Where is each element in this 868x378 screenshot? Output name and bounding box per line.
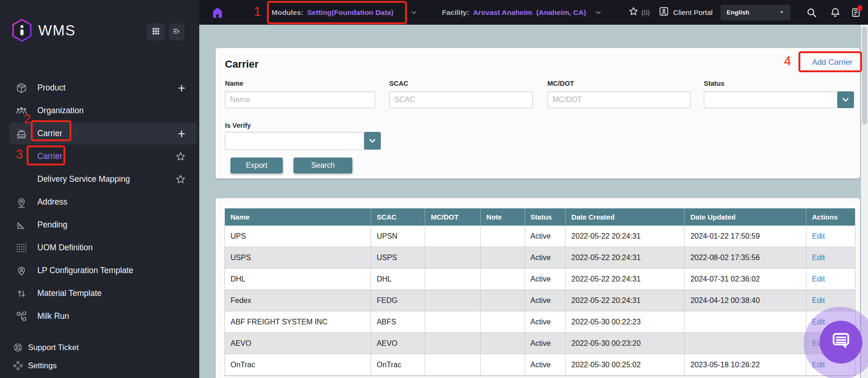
language-select[interactable]: English — [721, 5, 791, 21]
chevron-down-icon[interactable] — [595, 9, 602, 16]
cell-status: Active — [525, 268, 566, 289]
plus-icon[interactable]: + — [178, 83, 185, 93]
client-portal-icon — [658, 6, 669, 19]
sidebar-item-pending[interactable]: Pending — [0, 213, 199, 236]
sidebar-item-uom-definition[interactable]: UOM Definition — [0, 236, 199, 259]
sidebar-item-label: UOM Definition — [37, 243, 93, 253]
cell-mcdot — [425, 333, 481, 354]
sidebar-item-support-ticket[interactable]: Support Ticket — [0, 338, 199, 357]
settings-icon — [13, 360, 23, 371]
sidebar-header: WMS — [0, 0, 199, 56]
cell-status: Active — [525, 247, 566, 268]
column-header-actions: Actions — [806, 208, 855, 226]
sidebar-item-product[interactable]: Product+ — [0, 76, 199, 99]
edit-link[interactable]: Edit — [812, 232, 825, 240]
name-input[interactable] — [225, 91, 375, 108]
apps-grid-button[interactable] — [147, 23, 165, 41]
favorites-count: (0) — [641, 8, 650, 16]
cell-note — [481, 354, 525, 375]
sidebar-item-milk-run[interactable]: Milk Run — [0, 305, 199, 328]
cell-note — [481, 247, 525, 268]
field-name: Name — [225, 80, 375, 108]
wms-logo-icon — [11, 19, 33, 42]
sidebar-item-address[interactable]: Address — [0, 191, 199, 213]
field-mc-dot: MC/DOT — [547, 80, 691, 108]
column-header-date-created: Date Created — [566, 208, 685, 226]
sidebar-menu: Product+OrganizationCarrier+CarrierDeliv… — [0, 76, 199, 328]
carrier-icon — [15, 128, 28, 140]
sidebar-item-label: Pending — [37, 220, 67, 230]
cell-name: OnTrac — [225, 354, 371, 375]
select-chevron-icon[interactable] — [364, 132, 381, 150]
user-guide-icon[interactable] — [850, 7, 861, 18]
chat-widget-button[interactable] — [819, 321, 862, 364]
carrier-table: NameSCACMC/DOTNoteStatusDate CreatedDate… — [224, 208, 855, 376]
app-root: WMS Product+OrganizationCarrie — [0, 0, 868, 378]
sidebar-item-label: Carrier — [37, 151, 62, 161]
table-row-ontrac: OnTracOnTracActive2022-05-30 00:25:02202… — [225, 354, 855, 376]
notifications-bell-icon[interactable] — [830, 7, 841, 18]
carrier-search-panel: Carrier Add Carrier 4 NameSCACMC/DOTStat… — [216, 48, 860, 179]
cell-name: USPS — [225, 247, 371, 268]
sidebar-item-organization[interactable]: Organization — [0, 99, 199, 122]
edit-link[interactable]: Edit — [812, 254, 825, 261]
cell-scac: ABFS — [371, 311, 425, 332]
sidebar-item-material-template[interactable]: Material Template — [0, 282, 199, 305]
sidebar-item-delivery-service-mapping[interactable]: Delivery Service Mapping — [0, 168, 199, 191]
chat-bubble-icon — [829, 329, 853, 355]
sidebar-item-carrier[interactable]: Carrier+ — [0, 122, 199, 145]
field-label: MC/DOT — [547, 80, 691, 87]
modules-selector[interactable]: Modules: Setting(Foundation Data) — [272, 0, 418, 25]
chevron-down-icon[interactable] — [410, 9, 418, 16]
plus-icon[interactable]: + — [178, 129, 185, 138]
search-icon[interactable] — [806, 7, 817, 18]
favorite-star-icon[interactable] — [175, 151, 186, 162]
sidebar-item-label: Milk Run — [37, 311, 69, 321]
cell-status: Active — [525, 226, 566, 247]
column-header-status: Status — [525, 208, 566, 226]
sidebar: WMS Product+OrganizationCarrie — [0, 0, 199, 378]
cell-mcdot — [425, 311, 481, 332]
mc-dot-input[interactable] — [547, 91, 691, 108]
scac-input[interactable] — [389, 91, 533, 108]
table-row-aevo: AEVOAEVOActive2022-05-30 00:23:20Edit — [225, 333, 855, 354]
table-row-dhl: DHLDHLActive2022-05-22 20:24:312024-07-3… — [225, 268, 855, 290]
add-carrier-button[interactable]: Add Carrier — [812, 58, 853, 67]
table-row-ups: UPSUPSNActive2022-05-22 20:24:312024-01-… — [225, 226, 855, 247]
caret-down-icon — [779, 8, 784, 17]
favorites-button[interactable]: (0) — [628, 6, 650, 19]
cell-status: Active — [525, 354, 566, 375]
client-portal-button[interactable]: Client Portal — [658, 6, 713, 19]
header-right-cluster: (0) Client Portal English — [628, 0, 861, 25]
cell-action: Edit — [806, 268, 855, 289]
field-label: SCAC — [389, 80, 533, 87]
annotation-number-1: 1 — [254, 5, 261, 19]
select-chevron-icon[interactable] — [837, 91, 854, 108]
favorite-star-icon[interactable] — [175, 174, 186, 185]
edit-link[interactable]: Edit — [812, 275, 825, 283]
edit-link[interactable]: Edit — [812, 296, 825, 304]
search-button[interactable]: Search — [294, 158, 352, 173]
table-row-usps: USPSUSPSActive2022-05-22 20:24:312022-08… — [225, 247, 855, 268]
cell-note — [481, 333, 525, 354]
cell-mcdot — [425, 247, 481, 268]
facility-selector[interactable]: Facility: Arovast Anaheim (Anaheim, CA) — [442, 0, 602, 25]
cell-scac: UPSN — [371, 226, 425, 247]
cell-name: Fedex — [225, 290, 371, 311]
export-button[interactable]: Export — [231, 158, 283, 173]
collapse-sidebar-button[interactable] — [169, 23, 184, 41]
sidebar-item-carrier[interactable]: Carrier — [0, 145, 199, 168]
sidebar-item-label: Address — [37, 197, 67, 207]
sidebar-item-label: LP Configuration Template — [37, 266, 133, 275]
cell-mcdot — [425, 354, 481, 375]
scrollbar-thumb[interactable] — [862, 27, 867, 124]
sidebar-item-settings[interactable]: Settings — [0, 357, 199, 375]
is-verify-select[interactable] — [225, 132, 381, 150]
field-label: Name — [225, 80, 375, 87]
status-select[interactable] — [704, 91, 854, 108]
home-icon[interactable] — [211, 6, 224, 19]
client-portal-label: Client Portal — [673, 8, 713, 17]
sidebar-item-lp-configuration-template[interactable]: LP Configuration Template — [0, 259, 199, 282]
cell-name: UPS — [225, 226, 371, 247]
cell-mcdot — [425, 226, 481, 247]
